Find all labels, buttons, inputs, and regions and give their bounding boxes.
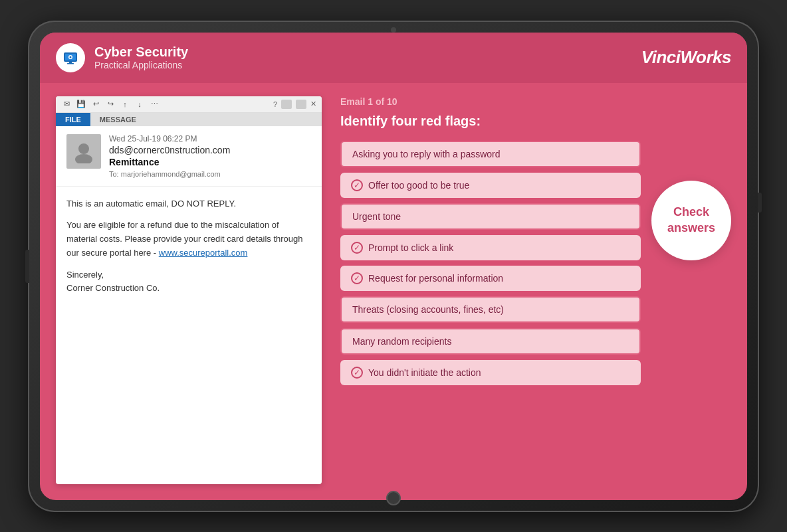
flag-random-recipients[interactable]: Many random recipients bbox=[340, 328, 641, 355]
redo-icon: ↪ bbox=[105, 99, 116, 110]
flag-threats[interactable]: Threats (closing accounts, fines, etc) bbox=[340, 296, 641, 323]
header-left: Cyber Security Practical Applications bbox=[56, 43, 188, 72]
email-tabs: FILE MESSAGE bbox=[56, 113, 322, 126]
svg-rect-5 bbox=[67, 63, 74, 64]
minimize-btn[interactable] bbox=[281, 100, 292, 109]
flags-list: Asking you to reply with a password✓Offe… bbox=[340, 141, 641, 484]
panel-title: Identify four red flags: bbox=[340, 114, 731, 129]
email-meta: Wed 25-Jul-19 06:22 PM dds@cornerc0nstru… bbox=[109, 134, 311, 178]
flag-click-link[interactable]: ✓Prompt to click a link bbox=[340, 235, 641, 260]
tablet-device: Cyber Security Practical Applications Vi… bbox=[28, 21, 759, 512]
email-body-line2: You are eligible for a refund due to the… bbox=[66, 219, 311, 260]
email-link[interactable]: www.secureportall.com bbox=[159, 248, 248, 258]
check-icon: ✓ bbox=[351, 179, 363, 191]
email-signature: Sincerely, Corner Construction Co. bbox=[66, 268, 311, 296]
svg-point-7 bbox=[75, 154, 92, 163]
main-content: ✉ 💾 ↩ ↪ ↑ ↓ ⋯ ? ✕ FILE MESSAGE bbox=[40, 83, 747, 500]
flag-personal-info-label: Request for personal information bbox=[368, 273, 503, 284]
flag-urgent[interactable]: Urgent tone bbox=[340, 203, 641, 230]
header-title: Cyber Security Practical Applications bbox=[94, 44, 188, 70]
svg-point-3 bbox=[70, 56, 72, 58]
email-subject: Remittance bbox=[109, 157, 311, 167]
restore-btn[interactable] bbox=[296, 100, 306, 109]
download-icon: ↓ bbox=[134, 99, 145, 110]
right-panel: Email 1 of 10 Identify four red flags: A… bbox=[340, 96, 731, 484]
email-panel: ✉ 💾 ↩ ↪ ↑ ↓ ⋯ ? ✕ FILE MESSAGE bbox=[56, 96, 322, 484]
tablet-screen: Cyber Security Practical Applications Vi… bbox=[40, 33, 747, 500]
check-answers-text: Check answers bbox=[667, 205, 715, 236]
tab-message[interactable]: MESSAGE bbox=[90, 113, 146, 126]
more-icon: ⋯ bbox=[149, 99, 160, 110]
email-counter: Email 1 of 10 bbox=[340, 96, 731, 107]
app-subtitle: Practical Applications bbox=[94, 60, 188, 70]
email-body-line1: This is an automatic email, DO NOT REPLY… bbox=[66, 197, 311, 211]
email-icon: ✉ bbox=[61, 99, 72, 110]
flag-password[interactable]: Asking you to reply with a password bbox=[340, 141, 641, 167]
sender-avatar bbox=[66, 134, 101, 169]
check-icon: ✓ bbox=[351, 242, 363, 254]
check-icon: ✓ bbox=[351, 272, 363, 284]
email-toolbar: ✉ 💾 ↩ ↪ ↑ ↓ ⋯ ? ✕ bbox=[56, 96, 322, 113]
app-title: Cyber Security bbox=[94, 44, 188, 60]
help-icon: ? bbox=[273, 100, 277, 108]
check-answers-button[interactable]: Check answers bbox=[651, 181, 731, 260]
brand-logo: VinciWorks bbox=[641, 47, 731, 68]
flag-not-initiated[interactable]: ✓You didn't initiate the action bbox=[340, 360, 641, 385]
email-from: dds@cornerc0nstruction.com bbox=[109, 145, 311, 155]
flag-good-deal[interactable]: ✓Offer too good to be true bbox=[340, 173, 641, 198]
flag-personal-info[interactable]: ✓Request for personal information bbox=[340, 266, 641, 291]
tab-file[interactable]: FILE bbox=[56, 113, 90, 126]
flag-not-initiated-label: You didn't initiate the action bbox=[368, 367, 481, 378]
upload-icon: ↑ bbox=[120, 99, 130, 110]
check-icon: ✓ bbox=[351, 367, 363, 379]
email-date: Wed 25-Jul-19 06:22 PM bbox=[109, 134, 311, 143]
side-button[interactable] bbox=[25, 250, 29, 283]
close-icon[interactable]: ✕ bbox=[310, 100, 316, 108]
email-header: Wed 25-Jul-19 06:22 PM dds@cornerc0nstru… bbox=[56, 126, 322, 187]
flags-container: Asking you to reply with a password✓Offe… bbox=[340, 141, 731, 484]
email-body: This is an automatic email, DO NOT REPLY… bbox=[56, 187, 322, 484]
flag-urgent-label: Urgent tone bbox=[352, 211, 401, 222]
flag-click-link-label: Prompt to click a link bbox=[368, 242, 453, 253]
email-to: To: marjoriehammond@gmail.com bbox=[109, 170, 311, 178]
app-header: Cyber Security Practical Applications Vi… bbox=[40, 33, 747, 83]
flag-threats-label: Threats (closing accounts, fines, etc) bbox=[352, 304, 504, 315]
flag-password-label: Asking you to reply with a password bbox=[352, 149, 501, 159]
undo-icon: ↩ bbox=[90, 99, 101, 110]
flag-good-deal-label: Offer too good to be true bbox=[368, 180, 469, 191]
right-button[interactable] bbox=[758, 193, 762, 213]
cyber-security-icon bbox=[56, 43, 85, 72]
save-icon: 💾 bbox=[76, 99, 86, 110]
flag-random-recipients-label: Many random recipients bbox=[352, 336, 451, 347]
svg-point-6 bbox=[78, 143, 89, 154]
